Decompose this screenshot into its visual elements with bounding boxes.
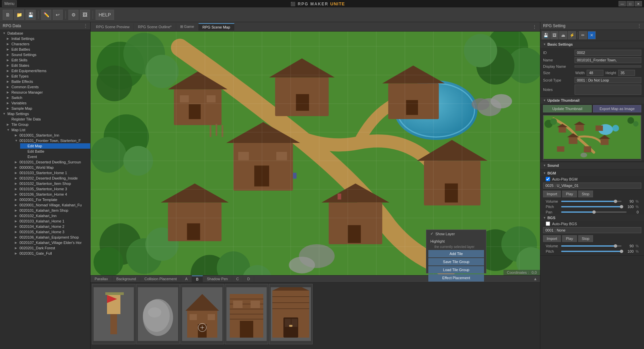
tree-item-map-0020105[interactable]: ▶0020105_Kalahari_Home 3 [12, 229, 90, 235]
tree-item-map-0010102[interactable]: ▶0010102_Starterton_Item Shop [12, 181, 90, 186]
auto-play-bgm-checkbox[interactable] [546, 177, 550, 181]
tab-scene-map[interactable]: RPG Scene Map [199, 23, 235, 31]
tree-item-map-list[interactable]: ▼Map List [4, 127, 90, 133]
scene-button[interactable]: 🖼 [80, 10, 90, 20]
ctx-effect-placement-button[interactable]: Effect Placement [428, 274, 484, 282]
tree-item-map-0020102[interactable]: ▶0020102_Kalahari_Inn [12, 213, 90, 218]
bgm-volume-slider[interactable] [561, 201, 622, 202]
display-name-value[interactable] [575, 65, 641, 67]
bgm-pitch-thumb[interactable] [620, 205, 623, 208]
basic-settings-header[interactable]: ▼ Basic Settings [540, 41, 644, 48]
tree-item-edit-skills[interactable]: ▶Edit Skills [4, 57, 90, 63]
new-button[interactable]: 🗎 [3, 10, 13, 20]
menu-button[interactable]: Menu [2, 0, 17, 7]
thumbnail-section-header[interactable]: ▼ Update Thumbnail [540, 97, 644, 104]
bgs-import-button[interactable]: Import [543, 235, 561, 242]
tile-item-3[interactable] [180, 284, 224, 344]
tree-item-common-events[interactable]: ▶Common Events [4, 84, 90, 90]
bgm-section-header[interactable]: ▼ BGM [540, 170, 644, 176]
tree-item-tile-group[interactable]: ▶Tile Group [4, 122, 90, 127]
tile-item-5[interactable] [269, 284, 313, 344]
tile-item-2[interactable] [136, 284, 180, 344]
close-button[interactable]: ✕ [635, 1, 642, 6]
map-container[interactable]: Coordinates : 0,0 ✓ Show Layer Highlight… [91, 32, 540, 349]
height-value[interactable]: 35 [618, 70, 635, 76]
rtool-terrain[interactable]: ⛰ [559, 31, 567, 39]
btab-collision[interactable]: Collision Placement [140, 276, 181, 282]
tile-item-4[interactable] [225, 284, 268, 344]
ctx-save-tile-group-button[interactable]: Save Tile Group [428, 258, 484, 265]
bgm-stop-button[interactable]: Stop [578, 191, 593, 197]
btab-background[interactable]: Background [112, 276, 141, 282]
minimize-button[interactable]: — [619, 1, 626, 6]
tree-item-map-0020107[interactable]: ▶0020107_Kalahari_Village Elder's Hor [12, 240, 90, 245]
tree-item-edit-types[interactable]: ▶Edit Types [4, 73, 90, 79]
bgs-play-button[interactable]: Play [562, 235, 577, 242]
ctx-show-layer[interactable]: ✓ Show Layer [426, 230, 486, 238]
btab-d[interactable]: D [243, 276, 254, 282]
tree-item-map-0010105[interactable]: ▶0010105_Starterton_Home 3 [12, 186, 90, 192]
bgs-pitch-thumb[interactable] [620, 250, 623, 253]
bgm-import-button[interactable]: Import [543, 191, 561, 197]
bgs-volume-slider[interactable] [561, 245, 622, 247]
bgm-pan-slider[interactable] [561, 211, 627, 213]
undo-button[interactable]: ↩ [53, 10, 63, 20]
tab-scene-outline[interactable]: RPG Scene Outline* [134, 23, 176, 30]
tree-item-initial-settings[interactable]: ▶Initial Settings [4, 36, 90, 41]
pen-button[interactable]: ✏️ [41, 10, 51, 20]
auto-play-bgs-checkbox[interactable] [546, 221, 550, 226]
tree-item-edit-states[interactable]: ▶Edit States [4, 63, 90, 68]
btab-shadow-pen[interactable]: Shadow Pen [203, 276, 232, 282]
center-panel-menu-icon[interactable]: ⋮ [530, 23, 539, 30]
ctx-add-tile-button[interactable]: Add Tile [428, 250, 484, 257]
save-button[interactable]: 💾 [25, 10, 36, 20]
bgm-play-button[interactable]: Play [562, 191, 577, 197]
scroll-type-value[interactable]: 0001 : Do Not Loop [575, 77, 641, 83]
id-field-value[interactable]: 0002 [575, 50, 641, 56]
export-map-button[interactable]: Export Map as Image [593, 105, 642, 112]
name-field-value[interactable]: 0010101_Frontier Town, [575, 57, 641, 63]
tree-item-edit-battle[interactable]: ▶Edit Battle [20, 149, 90, 154]
tree-item-map-0010101[interactable]: ▼0010101_Frontier Town, Starterton_F [12, 138, 90, 143]
tree-item-map-0020001[interactable]: ▶0020001_Nomad Village, Kalahari_Fu [12, 202, 90, 208]
tree-item-edit-battles[interactable]: ▶Edit Battles [4, 47, 90, 52]
bgs-stop-button[interactable]: Stop [578, 235, 593, 242]
tree-item-sound-settings[interactable]: ▶Sound Settings [4, 52, 90, 57]
tree-item-database[interactable]: ▼ Database [0, 31, 90, 36]
left-panel-menu-icon[interactable]: ⋮ [84, 23, 88, 28]
tree-item-map-0000001[interactable]: ▶0000001_World Map [12, 165, 90, 170]
tree-item-map-0010001[interactable]: ▶0010001_Starterton_Inn [12, 133, 90, 138]
right-panel-menu-icon[interactable]: ⋮ [637, 23, 641, 28]
rtool-image[interactable]: 🖼 [550, 31, 558, 39]
tree-item-sample-map[interactable]: ▶Sample Map [4, 106, 90, 111]
tree-item-event[interactable]: ▶Event [20, 154, 90, 159]
notes-value[interactable] [575, 85, 641, 95]
tab-game[interactable]: ⊞ Game [176, 23, 199, 30]
tree-item-map-0010202[interactable]: ▶0010202_Deserted Dwelling_Inside [12, 176, 90, 181]
sound-section-header[interactable]: ▼ Sound [540, 162, 644, 169]
tree-item-map-0010103[interactable]: ▶0010103_Starterton_Home 1 [12, 170, 90, 176]
tree-item-equipment[interactable]: ▶Edit Equipment/Items [4, 68, 90, 73]
tree-item-map-0020301[interactable]: ▶0020301_Gate_Full [12, 251, 90, 256]
btab-parallax[interactable]: Parallax [91, 276, 112, 282]
tree-item-map-0020103[interactable]: ▶0020103_Kalahari_Home 1 [12, 218, 90, 224]
tree-item-map-0020101[interactable]: ▶0020101_Kalahari_Item Shop [12, 208, 90, 213]
tree-item-map-settings[interactable]: ▼ Map Settings [0, 111, 90, 116]
tree-item-register-tile[interactable]: ▶Register Tile Data [4, 116, 90, 122]
tree-item-map-0010106[interactable]: ▶0010106_Starterton_Home 4 [12, 192, 90, 197]
tree-item-resource-manager[interactable]: ▶Resource Manager [4, 90, 90, 95]
width-value[interactable]: 48 [587, 70, 603, 76]
tree-item-map-0020201[interactable]: ▶0020201_Dark Forest [12, 245, 90, 251]
record-button[interactable]: ⚙ [68, 10, 78, 20]
rtool-pen[interactable]: ✏ [579, 31, 587, 39]
bgm-volume-thumb[interactable] [614, 200, 617, 203]
rtool-event[interactable]: ⚡ [568, 31, 576, 39]
bgm-value[interactable]: 0025 : U_Village_01 [543, 183, 641, 189]
bgs-pitch-slider[interactable] [561, 251, 622, 252]
help-button[interactable]: HELP [96, 10, 114, 20]
tree-item-variables[interactable]: ▶Variables [4, 100, 90, 106]
bgs-section-header[interactable]: ▼ BGS [540, 215, 644, 221]
ctx-highlight[interactable]: Highlight [426, 238, 486, 245]
tree-item-map-0020106[interactable]: ▶0020106_Kalahari_Equipment Shop [12, 235, 90, 240]
btab-c[interactable]: C [232, 276, 243, 282]
